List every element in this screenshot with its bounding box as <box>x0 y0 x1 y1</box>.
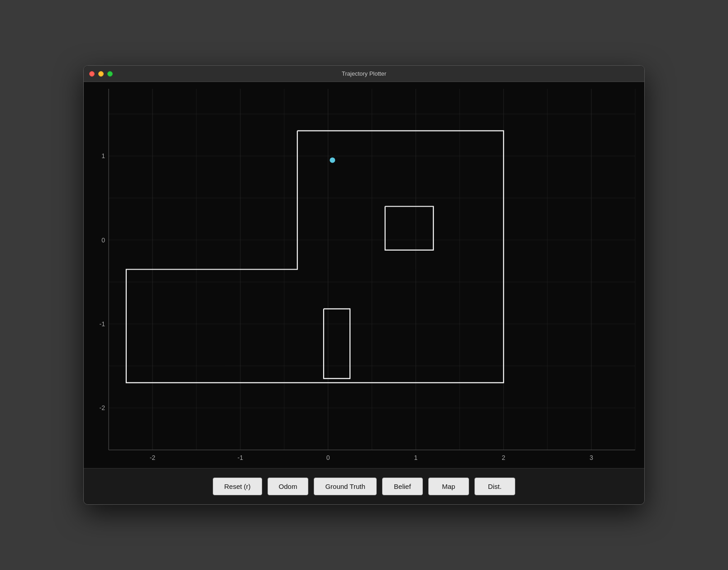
traffic-lights <box>89 71 113 77</box>
map-button[interactable]: Map <box>428 478 469 495</box>
reset-button[interactable]: Reset (r) <box>213 478 262 495</box>
plot-area <box>84 82 644 468</box>
title-bar: Trajectory Plotter <box>84 66 644 82</box>
trajectory-canvas <box>84 82 644 468</box>
belief-button[interactable]: Belief <box>382 478 423 495</box>
minimize-button[interactable] <box>98 71 104 77</box>
close-button[interactable] <box>89 71 95 77</box>
maximize-button[interactable] <box>107 71 113 77</box>
window-title: Trajectory Plotter <box>342 70 387 77</box>
main-window: Trajectory Plotter Reset (r)OdomGround T… <box>83 65 645 505</box>
ground-truth-button[interactable]: Ground Truth <box>314 478 376 495</box>
dist-button[interactable]: Dist. <box>474 478 515 495</box>
odom-button[interactable]: Odom <box>268 478 309 495</box>
bottom-bar: Reset (r)OdomGround TruthBeliefMapDist. <box>84 468 644 504</box>
